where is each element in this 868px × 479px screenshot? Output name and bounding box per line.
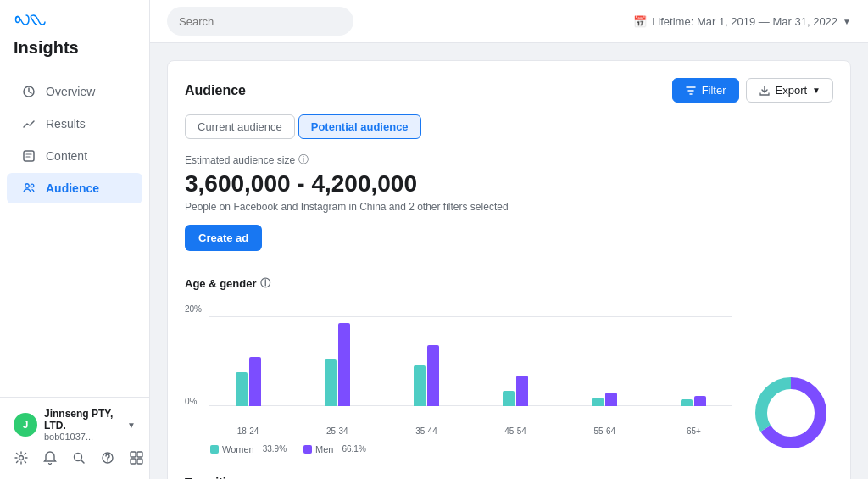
sidebar-item-content-label: Content	[46, 149, 87, 163]
content-icon	[20, 148, 37, 164]
svg-rect-12	[137, 459, 142, 464]
user-text: Jinnseng PTY, LTD. bob01037...	[44, 408, 120, 442]
svg-rect-11	[131, 459, 136, 464]
grid-icon[interactable]	[129, 450, 144, 469]
info-icon: ⓘ	[298, 153, 309, 167]
overview-icon	[20, 83, 37, 100]
user-sub: bob01037...	[44, 432, 120, 442]
nav-items: Overview Results Content Audience	[0, 68, 149, 397]
legend-women-pct: 33.9%	[263, 444, 287, 454]
search-icon[interactable]	[71, 450, 86, 469]
bar-chart: 20% 0%	[185, 304, 732, 455]
svg-rect-9	[131, 452, 136, 457]
legend-women-label: Women	[222, 444, 254, 454]
bar-men-65plus	[694, 396, 706, 406]
bar-group-18-24	[210, 357, 286, 406]
sidebar-top: Insights	[0, 0, 149, 68]
settings-icon[interactable]	[14, 450, 29, 469]
search-input[interactable]	[167, 7, 353, 36]
bar-men-35-44	[427, 345, 439, 406]
bell-icon[interactable]	[42, 450, 58, 469]
legend-women-color	[210, 445, 219, 454]
svg-point-5	[19, 456, 24, 460]
bar-women-25-34	[325, 359, 337, 406]
chevron-down-icon: ▼	[127, 421, 136, 430]
sidebar-item-overview-label: Overview	[46, 85, 95, 98]
tab-current-audience[interactable]: Current audience	[185, 114, 295, 139]
tab-potential-audience[interactable]: Potential audience	[298, 114, 421, 139]
svg-rect-2	[24, 151, 34, 161]
date-range-chevron: ▼	[843, 17, 851, 26]
x-label-35-44: 35-44	[388, 426, 464, 436]
sidebar-footer: J Jinnseng PTY, LTD. bob01037... ▼	[0, 397, 149, 479]
x-label-25-34: 25-34	[299, 426, 375, 436]
help-icon[interactable]	[100, 450, 115, 469]
legend-men: Men 66.1%	[303, 443, 366, 455]
age-gender-section: Age & gender ⓘ 20% 0%	[185, 276, 833, 455]
estimated-sub: People on Facebook and Instagram in Chin…	[185, 201, 833, 213]
svg-point-3	[25, 184, 29, 187]
legend-men-label: Men	[315, 444, 333, 454]
sidebar: Insights Overview Results Content Audien…	[0, 0, 150, 479]
sidebar-item-audience-label: Audience	[46, 181, 99, 195]
x-label-45-54: 45-54	[478, 426, 554, 436]
export-chevron: ▼	[812, 86, 821, 95]
calendar-icon: 📅	[633, 15, 647, 28]
top-bar: 📅 Lifetime: Mar 1, 2019 — Mar 31, 2022 ▼	[150, 0, 868, 43]
sidebar-title: Insights	[14, 38, 136, 58]
user-avatar: J	[14, 413, 37, 437]
sidebar-item-overview[interactable]: Overview	[7, 76, 142, 107]
chart-info-icon: ⓘ	[260, 276, 270, 291]
content-area: Audience Filter Export ▼ Current au	[150, 43, 868, 479]
bar-women-18-24	[236, 372, 248, 406]
svg-point-4	[31, 184, 34, 187]
export-button[interactable]: Export ▼	[746, 78, 833, 103]
user-name: Jinnseng PTY, LTD.	[44, 408, 120, 432]
chart-container: 20% 0%	[185, 304, 833, 455]
date-range[interactable]: 📅 Lifetime: Mar 1, 2019 — Mar 31, 2022 ▼	[633, 15, 851, 28]
x-axis-labels: 18-24 25-34 35-44 45-54 55-64 65+	[185, 426, 732, 436]
sidebar-item-audience[interactable]: Audience	[7, 173, 142, 203]
sidebar-item-content[interactable]: Content	[7, 141, 142, 171]
results-icon	[20, 115, 37, 132]
donut-chart	[748, 370, 833, 455]
create-ad-button[interactable]: Create ad	[185, 225, 262, 251]
bar-men-18-24	[249, 357, 261, 406]
estimated-number: 3,600,000 - 4,200,000	[185, 170, 833, 198]
x-label-65plus: 65+	[656, 426, 732, 436]
bar-group-55-64	[567, 393, 643, 406]
legend-men-pct: 66.1%	[342, 444, 365, 454]
audience-tabs: Current audience Potential audience	[185, 114, 833, 139]
main: 📅 Lifetime: Mar 1, 2019 — Mar 31, 2022 ▼…	[150, 0, 868, 479]
top-cities-title: Top cities	[185, 476, 833, 479]
bar-women-35-44	[414, 365, 426, 406]
bar-group-25-34	[299, 323, 375, 406]
svg-point-0	[16, 17, 20, 23]
bar-women-55-64	[592, 398, 604, 406]
bar-group-45-54	[478, 376, 554, 406]
filter-button[interactable]: Filter	[672, 78, 739, 103]
svg-point-8	[107, 460, 108, 461]
audience-header: Audience Filter Export ▼	[185, 78, 833, 103]
date-range-text: Lifetime: Mar 1, 2019 — Mar 31, 2022	[652, 15, 837, 28]
chart-title: Age & gender ⓘ	[185, 276, 833, 291]
legend-women: Women 33.9%	[210, 443, 287, 455]
bars-container	[185, 304, 732, 406]
audience-icon	[20, 180, 37, 197]
user-info[interactable]: J Jinnseng PTY, LTD. bob01037... ▼	[14, 408, 136, 442]
sidebar-icons-row	[14, 450, 136, 469]
bar-women-65plus	[681, 399, 693, 406]
action-buttons: Filter Export ▼	[672, 78, 833, 103]
audience-card: Audience Filter Export ▼ Current au	[167, 60, 851, 479]
legend-men-color	[303, 445, 312, 454]
bar-group-65plus	[656, 396, 732, 406]
sidebar-item-results-label: Results	[46, 117, 86, 131]
bar-men-25-34	[338, 323, 350, 406]
x-label-55-64: 55-64	[567, 426, 643, 436]
sidebar-item-results[interactable]: Results	[7, 109, 142, 139]
bar-group-35-44	[388, 345, 464, 406]
donut-center	[772, 394, 810, 432]
x-label-18-24: 18-24	[210, 426, 286, 436]
meta-logo	[14, 10, 136, 30]
meta-logo-icon	[14, 10, 46, 30]
